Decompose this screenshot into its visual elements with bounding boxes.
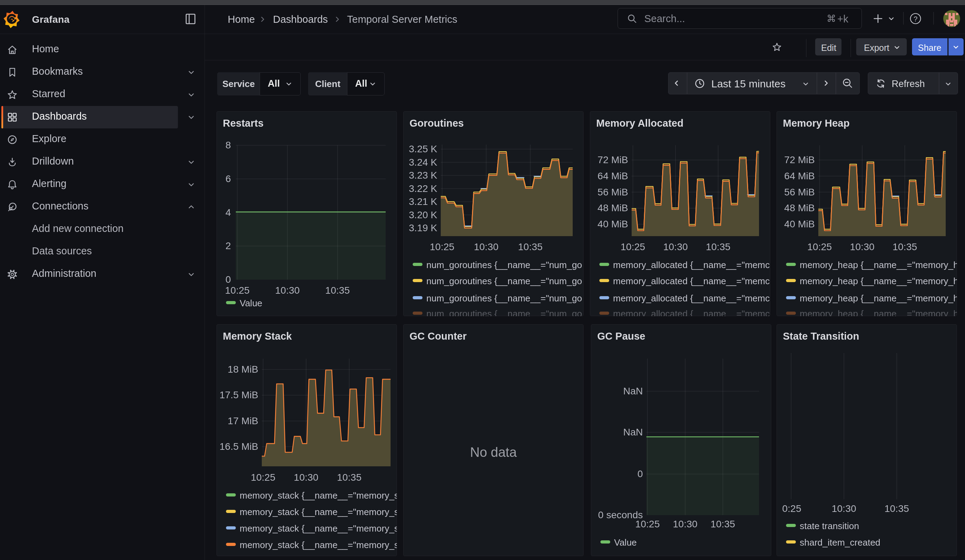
svg-text:16.5 MiB: 16.5 MiB <box>220 441 258 452</box>
svg-text:memory_heap {__name__="memory_: memory_heap {__name__="memory_h <box>800 276 957 286</box>
svg-text:64 MiB: 64 MiB <box>784 171 815 181</box>
svg-text:10:25: 10:25 <box>808 242 832 252</box>
svg-text:num_goroutines {__name__="num_: num_goroutines {__name__="num_go <box>426 260 582 270</box>
svg-text:10:25: 10:25 <box>225 285 250 296</box>
svg-text:Value: Value <box>240 298 262 309</box>
svg-text:memory_allocated {__name__="me: memory_allocated {__name__="memc <box>613 276 770 286</box>
svg-text:memory_allocated {__name__="me: memory_allocated {__name__="memc <box>613 260 770 270</box>
svg-text:10:35: 10:35 <box>325 285 350 296</box>
svg-text:memory_stack {__name__="memory: memory_stack {__name__="memory_s <box>240 540 397 550</box>
svg-text:state transition: state transition <box>800 521 859 531</box>
svg-text:56 MiB: 56 MiB <box>784 187 815 198</box>
svg-text:10:30: 10:30 <box>850 242 875 252</box>
svg-text:memory_allocated {__name__="me: memory_allocated {__name__="memc <box>613 309 770 316</box>
svg-text:memory_stack {__name__="memory: memory_stack {__name__="memory_s <box>240 490 397 501</box>
svg-text:memory_heap {__name__="memory_: memory_heap {__name__="memory_h <box>800 293 957 304</box>
svg-text:8: 8 <box>225 140 231 150</box>
svg-text:3.21 K: 3.21 K <box>409 196 437 207</box>
svg-text:10:25: 10:25 <box>430 242 455 252</box>
svg-text:48 MiB: 48 MiB <box>784 202 815 213</box>
svg-text:10:35: 10:35 <box>884 503 909 514</box>
svg-text:memory_heap {__name__="memory_: memory_heap {__name__="memory_h <box>800 260 957 270</box>
svg-text:shard_item_created: shard_item_created <box>800 537 880 548</box>
svg-text:2: 2 <box>225 240 231 251</box>
svg-text:10:35: 10:35 <box>518 242 543 252</box>
svg-text:17.5 MiB: 17.5 MiB <box>220 390 258 400</box>
svg-text:17 MiB: 17 MiB <box>228 415 258 426</box>
svg-text:10:30: 10:30 <box>294 472 318 483</box>
svg-text:72 MiB: 72 MiB <box>784 154 815 165</box>
svg-text:10:25: 10:25 <box>251 472 275 483</box>
svg-text:NaN: NaN <box>623 385 643 397</box>
svg-text:Value: Value <box>614 537 637 548</box>
svg-text:10:30: 10:30 <box>832 503 856 514</box>
svg-text:memory_stack {__name__="memory: memory_stack {__name__="memory_s <box>240 507 397 517</box>
svg-text:6: 6 <box>225 173 231 184</box>
svg-text:56 MiB: 56 MiB <box>598 187 628 198</box>
svg-text:3.22 K: 3.22 K <box>409 183 437 194</box>
svg-text:memory_stack {__name__="memory: memory_stack {__name__="memory_s <box>240 523 397 534</box>
svg-text:3.23 K: 3.23 K <box>409 170 437 181</box>
svg-text:3.25 K: 3.25 K <box>409 144 437 154</box>
svg-text:10:35: 10:35 <box>711 519 735 529</box>
svg-text:num_goroutines {__name__="num_: num_goroutines {__name__="num_go <box>426 293 582 304</box>
svg-text:3.20 K: 3.20 K <box>409 209 437 220</box>
svg-text:10:35: 10:35 <box>706 242 730 252</box>
svg-text:10:25: 10:25 <box>621 242 645 252</box>
svg-text:10:30: 10:30 <box>663 242 688 252</box>
svg-text:memory_heap {__name__="memory_: memory_heap {__name__="memory_h <box>800 309 957 316</box>
svg-text:18 MiB: 18 MiB <box>228 364 258 375</box>
svg-text:10:30: 10:30 <box>275 285 300 296</box>
svg-text:4: 4 <box>225 207 231 218</box>
svg-text:3.24 K: 3.24 K <box>409 157 437 168</box>
svg-text:num_goroutines {__name__="num_: num_goroutines {__name__="num_go <box>426 309 582 316</box>
svg-text:40 MiB: 40 MiB <box>598 219 628 230</box>
svg-text:0: 0 <box>225 274 231 285</box>
svg-text:10:35: 10:35 <box>337 472 361 483</box>
svg-text:64 MiB: 64 MiB <box>598 171 628 181</box>
svg-text:10:35: 10:35 <box>892 242 917 252</box>
svg-text:40 MiB: 40 MiB <box>784 219 815 230</box>
svg-text:10:30: 10:30 <box>474 242 498 252</box>
svg-text:10:25: 10:25 <box>635 519 660 529</box>
svg-text:memory_allocated {__name__="me: memory_allocated {__name__="memc <box>613 293 770 304</box>
svg-text:num_goroutines {__name__="num_: num_goroutines {__name__="num_go <box>426 276 582 286</box>
svg-text:3.19 K: 3.19 K <box>409 222 437 233</box>
svg-text:48 MiB: 48 MiB <box>598 202 628 213</box>
svg-text:0: 0 <box>637 469 643 479</box>
svg-text:?: ? <box>913 15 917 23</box>
svg-text:NaN: NaN <box>623 427 643 438</box>
svg-text:10:30: 10:30 <box>673 519 698 529</box>
svg-text:0:25: 0:25 <box>782 503 801 514</box>
svg-text:72 MiB: 72 MiB <box>598 154 628 165</box>
